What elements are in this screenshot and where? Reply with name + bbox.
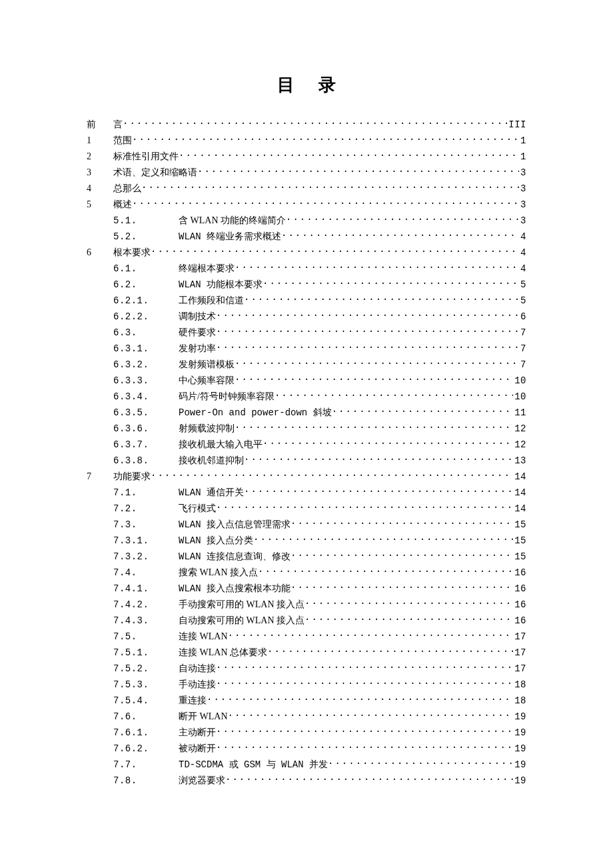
toc-entry-title: 接收机邻道抑制 [179, 456, 244, 465]
toc-page-number: 17 [513, 664, 526, 673]
toc-entry: 6.3.1.发射功率7 [87, 339, 526, 355]
toc-section-number: 7.6. [113, 712, 179, 721]
toc-page-number: 5 [519, 280, 526, 289]
toc-entry-title: 中心频率容限 [179, 376, 235, 385]
toc-entry: 5概述3 [87, 195, 526, 211]
toc-entry-title: 断开 WLAN [179, 712, 228, 721]
toc-page-number: 7 [519, 328, 526, 337]
toc-entry-title: WLAN 通信开关 [179, 488, 244, 497]
toc-entry: 1范围1 [87, 131, 526, 147]
toc-entry: 6.2.WLAN 功能根本要求5 [87, 275, 526, 291]
toc-entry-title: 言 [113, 120, 123, 129]
toc-leader-dots [207, 694, 513, 703]
toc-page-number: 7 [519, 344, 526, 353]
toc-entry: 7.4.1.WLAN 接入点搜索根本功能16 [87, 579, 526, 595]
toc-leader-dots [281, 230, 519, 239]
toc-entry-title: 标准性引用文件 [113, 152, 179, 161]
toc-entry-title: 自动搜索可用的 WLAN 接入点 [179, 616, 305, 625]
toc-page-number: 4 [519, 264, 526, 273]
toc-section-number: 6.3.2. [113, 360, 179, 369]
toc-leader-dots [253, 534, 513, 543]
toc-entry: 7.8.浏览器要求19 [87, 771, 526, 787]
toc-entry: 6.3.5.Power-On and power-down 斜坡11 [87, 403, 526, 419]
toc-page-number: 10 [513, 376, 526, 385]
toc-section-number: 7.4.3. [113, 616, 179, 625]
toc-leader-dots [216, 310, 519, 319]
toc-entry-title: 发射频谱模板 [179, 360, 235, 369]
toc-chapter-number: 6 [87, 248, 113, 257]
toc-section-number: 7.4. [113, 568, 179, 577]
toc-chapter-number: 4 [87, 184, 113, 193]
toc-entry-title: 被动断开 [179, 744, 216, 753]
toc-entry-title: WLAN 终端业务需求概述 [179, 232, 281, 241]
toc-section-number: 6.3.6. [113, 424, 179, 433]
toc-entry: 7.4.3.自动搜索可用的 WLAN 接入点16 [87, 611, 526, 627]
toc-leader-dots [258, 566, 513, 575]
toc-leader-dots [235, 358, 519, 367]
toc-section-number: 7.6.1. [113, 728, 179, 737]
toc-entry: 7.6.1.主动断开19 [87, 723, 526, 739]
toc-page-number: 13 [513, 456, 526, 465]
toc-leader-dots [216, 502, 513, 511]
toc-page-number: 14 [513, 472, 526, 481]
toc-section-number: 6.3.3. [113, 376, 179, 385]
toc-page-number: 16 [513, 568, 526, 577]
toc-entry-title: 手动连接 [179, 680, 216, 689]
toc-leader-dots [216, 342, 519, 351]
toc-entry-title: 连接 WLAN [179, 632, 228, 641]
toc-entry-title: WLAN 功能根本要求 [179, 280, 263, 289]
toc-page-number: 6 [519, 312, 526, 321]
toc-leader-dots [151, 246, 519, 255]
toc-entry: 7.5.连接 WLAN17 [87, 627, 526, 643]
toc-entry: 4总那么3 [87, 179, 526, 195]
toc-entry-title: 搜索 WLAN 接入点 [179, 568, 258, 577]
toc-entry-title: WLAN 接入点信息管理需求 [179, 520, 291, 529]
toc-page-number: 18 [513, 680, 526, 689]
toc-page-number: 19 [513, 776, 526, 785]
toc-section-number: 7.3. [113, 520, 179, 529]
toc-entry-title: Power-On and power-down 斜坡 [179, 408, 332, 417]
toc-entry-title: WLAN 接入点分类 [179, 536, 253, 545]
toc-entry-title: 浏览器要求 [179, 776, 225, 785]
toc-page-number: 4 [519, 232, 526, 241]
toc-section-number: 6.2.1. [113, 296, 179, 305]
toc-page-number: 12 [513, 440, 526, 449]
toc-entry-title: 含 WLAN 功能的终端简介 [179, 216, 286, 225]
toc-chapter-number: 前 [87, 120, 113, 129]
toc-leader-dots [151, 470, 513, 479]
toc-leader-dots [228, 710, 514, 719]
toc-page-number: 4 [519, 248, 526, 257]
toc-entry-title: WLAN 连接信息查询、修改 [179, 552, 291, 561]
toc-entry-title: 码片/符号时钟频率容限 [179, 392, 275, 401]
toc-chapter-number: 1 [87, 136, 113, 145]
toc-section-number: 7.3.1. [113, 536, 179, 545]
toc-leader-dots [197, 166, 519, 175]
toc-page-number: 1 [519, 152, 526, 161]
toc-leader-dots [328, 758, 513, 767]
toc-section-number: 7.5.2. [113, 664, 179, 673]
toc-leader-dots [235, 374, 513, 383]
toc-entry-title: 工作频段和信道 [179, 296, 244, 305]
toc-leader-dots [305, 614, 513, 623]
toc-entry: 6.3.3.中心频率容限10 [87, 371, 526, 387]
toc-entry-title: 范围 [113, 136, 132, 145]
toc-entry: 6.2.2.调制技术6 [87, 307, 526, 323]
toc-leader-dots [267, 646, 513, 655]
toc-entry: 7.6.2.被动断开19 [87, 739, 526, 755]
toc-page-number: 17 [513, 648, 526, 657]
toc-page-number: 16 [513, 600, 526, 609]
toc-leader-dots [332, 406, 514, 415]
toc-entry-title: 终端根本要求 [179, 264, 235, 273]
toc-leader-dots [216, 326, 519, 335]
toc-entry: 6.3.硬件要求7 [87, 323, 526, 339]
toc-leader-dots [216, 678, 513, 687]
toc-entry: 7.4.搜索 WLAN 接入点16 [87, 563, 526, 579]
toc-page-number: 15 [513, 552, 526, 561]
toc-entry: 7.6.断开 WLAN19 [87, 707, 526, 723]
toc-entry: 7.3.1.WLAN 接入点分类15 [87, 531, 526, 547]
toc-section-number: 7.2. [113, 504, 179, 513]
toc-leader-dots [244, 294, 519, 303]
toc-section-number: 7.4.2. [113, 600, 179, 609]
toc-entry-title: 概述 [113, 200, 132, 209]
toc-leader-dots [228, 630, 514, 639]
